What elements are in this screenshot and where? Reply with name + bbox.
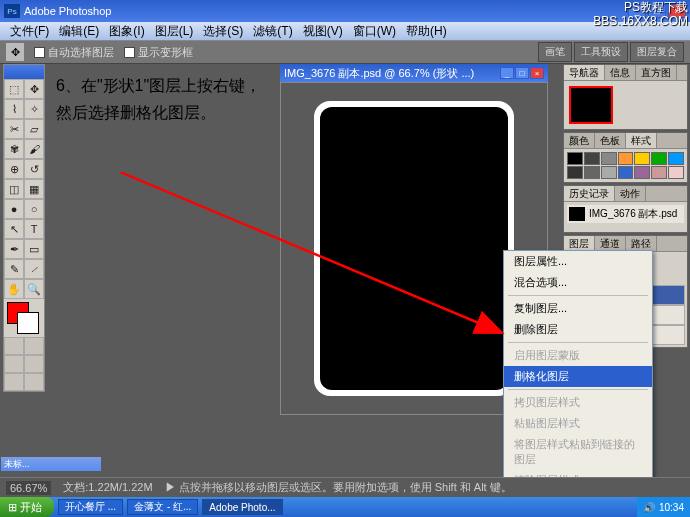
slice-tool[interactable]: ▱ <box>24 119 44 139</box>
menu-filter[interactable]: 滤镜(T) <box>249 23 296 40</box>
menu-window[interactable]: 窗口(W) <box>349 23 400 40</box>
standard-mode-button[interactable] <box>4 337 24 355</box>
style-swatch[interactable] <box>634 152 650 165</box>
tab-tool-presets[interactable]: 工具预设 <box>574 42 628 62</box>
menubar: 文件(F) 编辑(E) 图象(I) 图层(L) 选择(S) 滤镜(T) 视图(V… <box>0 22 690 40</box>
doc-maximize-button[interactable]: □ <box>515 67 529 79</box>
tab-swatches[interactable]: 色板 <box>595 133 626 148</box>
auto-select-checkbox[interactable]: 自动选择图层 <box>34 45 114 60</box>
screen-mode-1[interactable] <box>4 355 24 373</box>
wand-tool[interactable]: ✧ <box>24 99 44 119</box>
document-titlebar[interactable]: IMG_3676 副本.psd @ 66.7% (形状 ...) _ □ × <box>280 64 548 82</box>
heal-tool[interactable]: ✾ <box>4 139 24 159</box>
shape-tool[interactable]: ▭ <box>24 239 44 259</box>
style-swatch[interactable] <box>668 166 684 179</box>
type-tool[interactable]: T <box>24 219 44 239</box>
tab-styles[interactable]: 样式 <box>626 133 657 148</box>
tab-navigator[interactable]: 导航器 <box>564 65 605 80</box>
menu-separator <box>508 389 648 390</box>
style-swatch[interactable] <box>601 166 617 179</box>
move-tool[interactable]: ✥ <box>24 79 44 99</box>
eyedropper-tool[interactable]: ⟋ <box>24 259 44 279</box>
style-swatch[interactable] <box>651 166 667 179</box>
stamp-tool[interactable]: ⊕ <box>4 159 24 179</box>
task-item[interactable]: Adobe Photo... <box>202 499 282 515</box>
style-swatch[interactable] <box>618 166 634 179</box>
marquee-tool[interactable]: ⬚ <box>4 79 24 99</box>
menu-layer-props[interactable]: 图层属性... <box>504 251 652 272</box>
menu-help[interactable]: 帮助(H) <box>402 23 451 40</box>
menu-duplicate-layer[interactable]: 复制图层... <box>504 298 652 319</box>
pen-tool[interactable]: ✒ <box>4 239 24 259</box>
doc-minimize-button[interactable]: _ <box>500 67 514 79</box>
quickmask-mode-button[interactable] <box>24 337 44 355</box>
style-swatch[interactable] <box>668 152 684 165</box>
lasso-tool[interactable]: ⌇ <box>4 99 24 119</box>
windows-taskbar: ⊞ 开始 开心餐厅 ... 金薄文 - 红... Adobe Photo... … <box>0 497 690 517</box>
zoom-tool[interactable]: 🔍 <box>24 279 44 299</box>
history-brush-tool[interactable]: ↺ <box>24 159 44 179</box>
notes-tool[interactable]: ✎ <box>4 259 24 279</box>
tray-icon[interactable]: 🔊 <box>643 502 655 513</box>
tab-actions[interactable]: 动作 <box>615 186 646 201</box>
toolbox: ⬚ ✥ ⌇ ✧ ✂ ▱ ✾ 🖌 ⊕ ↺ ◫ ▦ ● ○ ↖ T ✒ ▭ ✎ ⟋ … <box>3 64 45 392</box>
menu-file[interactable]: 文件(F) <box>6 23 53 40</box>
hand-tool[interactable]: ✋ <box>4 279 24 299</box>
show-bounds-checkbox[interactable]: 显示变形框 <box>124 45 193 60</box>
tab-channels[interactable]: 通道 <box>595 236 626 251</box>
history-item[interactable]: IMG_3676 副本.psd <box>567 205 684 223</box>
menu-blend-options[interactable]: 混合选项... <box>504 272 652 293</box>
style-swatch[interactable] <box>651 152 667 165</box>
eraser-tool[interactable]: ◫ <box>4 179 24 199</box>
doc-close-button[interactable]: × <box>530 67 544 79</box>
style-swatch[interactable] <box>618 152 634 165</box>
windows-logo-icon: ⊞ <box>8 501 17 514</box>
tab-layers[interactable]: 图层 <box>564 236 595 251</box>
dodge-tool[interactable]: ○ <box>24 199 44 219</box>
style-swatch[interactable] <box>567 152 583 165</box>
clock: 10:34 <box>659 502 684 513</box>
menu-copy-style: 拷贝图层样式 <box>504 392 652 413</box>
toolbox-titlebar[interactable] <box>4 65 44 79</box>
color-panel: 颜色 色板 样式 <box>563 132 688 183</box>
zoom-level[interactable]: 66.67% <box>6 481 51 495</box>
tab-history[interactable]: 历史记录 <box>564 186 615 201</box>
menu-layer[interactable]: 图层(L) <box>151 23 198 40</box>
style-swatch[interactable] <box>584 152 600 165</box>
style-swatch[interactable] <box>584 166 600 179</box>
tab-layer-comps[interactable]: 图层复合 <box>630 42 684 62</box>
canvas[interactable] <box>314 101 514 396</box>
task-item[interactable]: 开心餐厅 ... <box>58 499 123 515</box>
menu-select[interactable]: 选择(S) <box>199 23 247 40</box>
tab-histogram[interactable]: 直方图 <box>636 65 677 80</box>
screen-mode-2[interactable] <box>24 355 44 373</box>
navigator-thumbnail[interactable] <box>569 86 613 124</box>
task-item[interactable]: 金薄文 - 红... <box>127 499 198 515</box>
screen-mode-3[interactable] <box>4 373 24 391</box>
tab-paths[interactable]: 路径 <box>626 236 657 251</box>
path-tool[interactable]: ↖ <box>4 219 24 239</box>
system-tray[interactable]: 🔊 10:34 <box>637 497 690 517</box>
imageready-button[interactable] <box>24 373 44 391</box>
style-swatch[interactable] <box>601 152 617 165</box>
mini-document-window[interactable]: 未标... <box>1 457 101 477</box>
menu-view[interactable]: 视图(V) <box>299 23 347 40</box>
menu-delete-layer[interactable]: 删除图层 <box>504 319 652 340</box>
background-color[interactable] <box>17 312 39 334</box>
menu-image[interactable]: 图象(I) <box>105 23 148 40</box>
style-swatch[interactable] <box>567 166 583 179</box>
color-swatches[interactable] <box>4 299 44 337</box>
menu-edit[interactable]: 编辑(E) <box>55 23 103 40</box>
crop-tool[interactable]: ✂ <box>4 119 24 139</box>
brush-tool[interactable]: 🖌 <box>24 139 44 159</box>
tab-brushes[interactable]: 画笔 <box>538 42 572 62</box>
menu-rasterize-layer[interactable]: 删格化图层 <box>504 366 652 387</box>
status-bar: 66.67% 文档:1.22M/1.22M ▶ 点按并拖移以移动图层或选区。要用… <box>0 477 690 497</box>
menu-paste-style: 粘贴图层样式 <box>504 413 652 434</box>
start-button[interactable]: ⊞ 开始 <box>0 497 54 517</box>
gradient-tool[interactable]: ▦ <box>24 179 44 199</box>
tab-color[interactable]: 颜色 <box>564 133 595 148</box>
style-swatch[interactable] <box>634 166 650 179</box>
tab-info[interactable]: 信息 <box>605 65 636 80</box>
blur-tool[interactable]: ● <box>4 199 24 219</box>
